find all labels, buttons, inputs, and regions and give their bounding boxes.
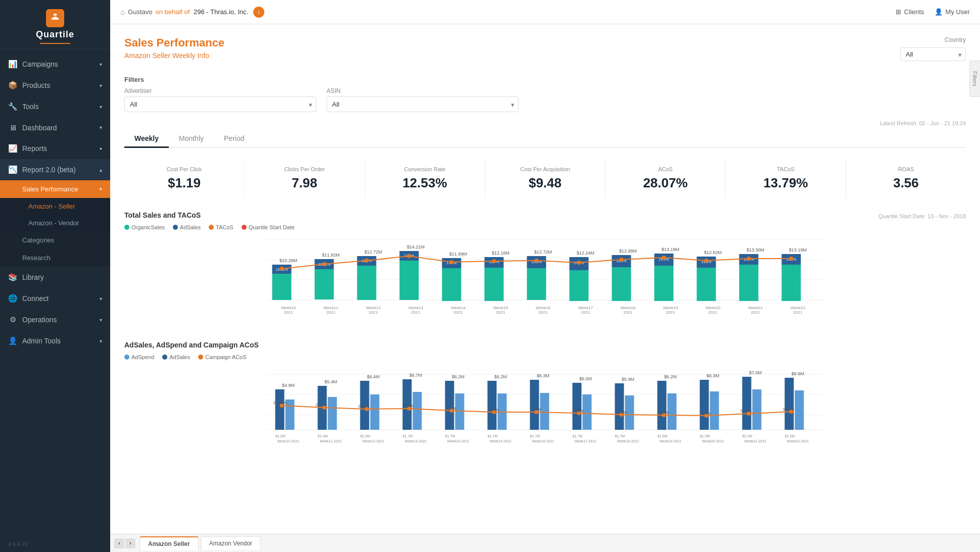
clients-button[interactable]: ⊞ Clients (896, 8, 924, 16)
svg-text:$1.7M: $1.7M (445, 434, 455, 438)
topbar-right: ⊞ Clients 👤 My User (896, 8, 970, 16)
legend-tacos: TACoS (209, 224, 234, 230)
admintools-icon: 👤 (8, 336, 17, 345)
period-tabs: Weekly Monthly Period (124, 130, 966, 148)
sidebar-item-connect[interactable]: 🌐 Connect ▾ (0, 288, 110, 309)
svg-point-95 (662, 256, 666, 260)
sidebar-item-campaigns[interactable]: 📊 Campaigns ▾ (0, 54, 110, 75)
user-menu[interactable]: 👤 My User (935, 8, 970, 16)
campaigns-icon: 📊 (8, 60, 17, 69)
svg-point-91 (492, 259, 496, 263)
nav-menu: 📊 Campaigns ▾ 📦 Products ▾ 🔧 Tools ▾ 🖥 (0, 49, 110, 536)
svg-rect-129 (488, 381, 497, 430)
legend-label-quartile: Quartile Start Date (249, 224, 295, 230)
svg-text:$1.2M: $1.2M (275, 434, 286, 438)
svg-text:$12.72M: $12.72M (534, 249, 552, 255)
metric-cpa-value: $9.48 (489, 175, 601, 191)
tools-chevron: ▾ (100, 104, 102, 110)
asin-select[interactable]: All (326, 96, 519, 112)
svg-text:2021: 2021 (794, 310, 803, 315)
refresh-label: Latest Refresh: 02 - Jun - 21 19:24 (124, 120, 966, 126)
svg-text:$4.9M: $4.9M (282, 383, 295, 388)
amazon-seller-label: Amazon - Seller (28, 203, 75, 210)
advertiser-select[interactable]: All (124, 96, 316, 112)
sidebar-label-reports: Reports (22, 144, 47, 153)
legend-label-tacos: TACoS (216, 224, 234, 230)
sidebar-item-sales-performance[interactable]: Sales Performance ▴ (0, 180, 110, 198)
asin-label: ASIN (326, 87, 519, 94)
country-select[interactable]: All (900, 47, 966, 61)
svg-rect-145 (625, 395, 634, 430)
topbar-on-behalf: on behalf of 296 - Thras.io, Inc. (155, 8, 248, 16)
sidebar-item-categories[interactable]: Categories (0, 231, 110, 249)
sidebar-item-tools[interactable]: 🔧 Tools ▾ (0, 96, 110, 117)
svg-point-86 (280, 267, 284, 271)
tab-weekly[interactable]: Weekly (124, 130, 169, 148)
nav-arrow-right[interactable]: › (125, 538, 135, 548)
sidebar-item-report20[interactable]: 📉 Report 2.0 (beta) ▴ (0, 159, 110, 180)
legend-label-organic: OrganicSales (131, 224, 165, 230)
metric-cpo-label: Clicks Per Order (249, 166, 360, 172)
svg-text:Week12: Week12 (366, 306, 381, 310)
svg-rect-120 (413, 392, 422, 430)
bottom-tabs: ‹ › Amazon Seller Amazon Vendor (110, 534, 980, 552)
sidebar-item-library[interactable]: 📚 Library (0, 267, 110, 288)
content-area: Sales Performance Amazon Seller Weekly I… (110, 24, 980, 534)
metric-cr-label: Conversion Rate (369, 166, 481, 172)
dashboard-icon: 🖥 (8, 123, 17, 132)
chart1-svg: $10.29M 12.31% Week10 2021 $11.92M 13.61… (124, 234, 966, 325)
bottom-tab-amazon-seller[interactable]: Amazon Seller (139, 536, 199, 550)
products-chevron: ▾ (100, 83, 102, 88)
clients-icon: ⊞ (896, 8, 901, 16)
svg-rect-125 (455, 393, 464, 430)
svg-text:$7.0M: $7.0M (749, 370, 762, 375)
advertiser-select-wrapper: All (124, 96, 316, 112)
svg-point-93 (577, 261, 581, 265)
svg-text:31.3%: 31.3% (740, 409, 752, 413)
svg-text:Week17: Week17 (578, 306, 593, 310)
tab-period[interactable]: Period (214, 130, 254, 148)
svg-point-94 (620, 258, 624, 262)
svg-rect-164 (785, 378, 794, 430)
legend-organic: OrganicSales (124, 224, 165, 230)
topbar-client: 296 - Thras.io, Inc. (194, 8, 248, 16)
sidebar-item-operations[interactable]: ⚙ Operations ▾ (0, 309, 110, 330)
svg-text:$12.72M: $12.72M (364, 249, 382, 255)
campaigns-chevron: ▾ (100, 62, 102, 67)
categories-label: Categories (22, 236, 54, 244)
sidebar-item-reports[interactable]: 📈 Reports ▾ (0, 138, 110, 159)
svg-rect-3 (57, 18, 59, 20)
svg-text:$12.52M: $12.52M (704, 250, 722, 255)
sidebar-item-products[interactable]: 📦 Products ▾ (0, 75, 110, 96)
svg-text:$12.16M: $12.16M (492, 250, 509, 256)
bottom-tab-amazon-vendor[interactable]: Amazon Vendor (201, 536, 261, 550)
svg-rect-53 (570, 270, 589, 301)
legend-quartile: Quartile Start Date (242, 224, 295, 230)
home-icon: ⌂ (120, 8, 125, 16)
filters-panel-toggle[interactable]: Filters (969, 61, 980, 97)
svg-text:2021: 2021 (751, 310, 760, 315)
sidebar-item-amazon-seller[interactable]: Amazon - Seller (0, 198, 110, 215)
report20-icon: 📉 (8, 165, 17, 174)
svg-text:Week13-2021: Week13-2021 (405, 439, 427, 443)
svg-point-89 (407, 254, 411, 258)
chart2-container: $4.9M $1.2M Week10-2021 $5.4M $1.4M Week… (124, 364, 966, 457)
svg-text:25.89%: 25.89% (273, 400, 287, 405)
nav-arrow-left[interactable]: ‹ (114, 538, 124, 548)
topbar: ⌂ Gustavo on behalf of 296 - Thras.io, I… (110, 0, 980, 24)
connect-chevron: ▾ (100, 296, 102, 302)
svg-text:Week21-2021: Week21-2021 (744, 439, 767, 443)
sidebar-item-amazon-vendor[interactable]: Amazon - Vendor (0, 215, 110, 231)
sidebar-item-dashboard[interactable]: 🖥 Dashboard ▾ (0, 117, 110, 138)
tab-monthly[interactable]: Monthly (169, 130, 214, 148)
metric-cpo-value: 7.98 (249, 175, 360, 191)
legend-adsales2: AdSales (162, 354, 190, 360)
sidebar-item-research[interactable]: Research (0, 249, 110, 267)
tools-icon: 🔧 (8, 102, 17, 111)
svg-text:Week16-2021: Week16-2021 (532, 439, 554, 443)
legend-dot-campaign-acos (198, 355, 203, 360)
version-label: v 4.6.72 (0, 536, 110, 552)
svg-point-97 (747, 257, 751, 261)
sidebar-item-admintools[interactable]: 👤 Admin Tools ▾ (0, 330, 110, 352)
svg-rect-0 (54, 14, 57, 16)
